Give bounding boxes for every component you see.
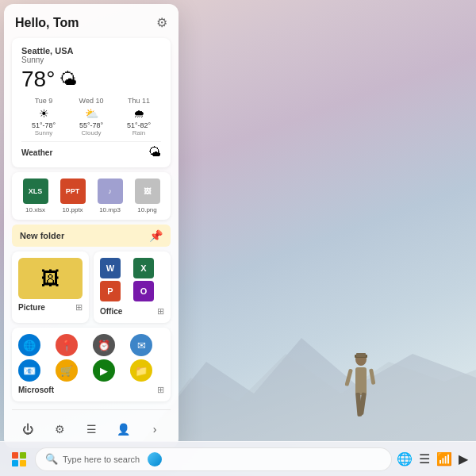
menu-header: Hello, Tom ⚙ bbox=[4, 4, 178, 38]
weather-temp-row: 78° 🌤 bbox=[21, 67, 161, 92]
svg-rect-7 bbox=[369, 368, 375, 385]
search-icon: 🔍 bbox=[45, 453, 58, 465]
office-folder-footer: Office ⊞ bbox=[100, 306, 164, 317]
forecast-day-3-icon: 🌧 bbox=[117, 107, 161, 120]
picture-folder-name: Picture bbox=[18, 303, 45, 312]
powerpoint-icon: P bbox=[100, 281, 121, 301]
media-icon[interactable]: ▶ bbox=[459, 451, 468, 466]
svg-rect-9 bbox=[356, 353, 366, 357]
microsoft-apps-grid: 🌐 📍 ⏰ ✉ 📧 🛒 ▶ 📁 bbox=[18, 334, 164, 382]
picture-folder-footer: Picture ⊞ bbox=[18, 302, 83, 313]
microsoft-folder-footer: Microsoft ⊞ bbox=[18, 385, 164, 395]
weather-location: Seattle, USA bbox=[21, 46, 161, 56]
weather-forecast: Tue 9 ☀ 51°-78° Sunny Wed 10 ⛅ 55°-78° C… bbox=[21, 97, 161, 136]
list-icon: ☰ bbox=[86, 423, 97, 436]
person-silhouette bbox=[345, 353, 377, 432]
file-icon-mp3: ♪ bbox=[98, 178, 123, 204]
forecast-day-2-icon: ⛅ bbox=[69, 107, 113, 120]
person-icon: 👤 bbox=[117, 423, 130, 436]
browser-icon[interactable]: 🌐 bbox=[397, 451, 413, 466]
clock-icon: ⏰ bbox=[93, 334, 115, 356]
list-button[interactable]: ☰ bbox=[79, 416, 104, 442]
picture-folder[interactable]: 🖼 Picture ⊞ bbox=[12, 251, 89, 323]
weather-condition: Sunny bbox=[21, 56, 161, 64]
folder-icon: 📁 bbox=[130, 359, 152, 382]
greeting-text: Hello, Tom bbox=[15, 16, 79, 30]
forecast-day-1-temp: 51°-78° bbox=[21, 121, 66, 129]
svg-rect-3 bbox=[355, 367, 367, 395]
cortana-icon[interactable] bbox=[148, 452, 162, 466]
file-icon-pptx: PPT bbox=[60, 178, 86, 204]
win-logo-yellow bbox=[20, 460, 26, 466]
weather-footer: Weather 🌤 bbox=[21, 141, 161, 159]
forecast-day-2-label: Wed 10 bbox=[69, 97, 113, 105]
forecast-day-3-cond: Rain bbox=[117, 129, 161, 136]
office-folder-name: Office bbox=[100, 307, 122, 316]
person-button[interactable]: 👤 bbox=[110, 416, 136, 442]
microsoft-folder[interactable]: 🌐 📍 ⏰ ✉ 📧 🛒 ▶ 📁 Microsoft ⊞ bbox=[12, 328, 171, 401]
new-folder-bar[interactable]: New folder 📌 bbox=[12, 225, 171, 247]
weather-widget[interactable]: Seattle, USA Sunny 78° 🌤 Tue 9 ☀ 51°-78°… bbox=[12, 38, 171, 167]
file-icon-xlsx: XLS bbox=[23, 178, 48, 204]
files-icon[interactable]: ☰ bbox=[419, 451, 430, 466]
picture-folder-preview: 🖼 bbox=[18, 258, 83, 299]
file-item-mp3[interactable]: ♪ 10.mp3 bbox=[93, 178, 127, 213]
power-icon: ⏻ bbox=[22, 423, 33, 436]
taskbar-icons: 🌐 ☰ 📶 ▶ bbox=[397, 451, 468, 466]
video-icon: ▶ bbox=[93, 359, 115, 382]
win-logo-blue bbox=[12, 460, 18, 466]
office-folder-expand-icon[interactable]: ⊞ bbox=[157, 306, 164, 317]
header-settings-icon[interactable]: ⚙ bbox=[156, 15, 167, 30]
settings-button[interactable]: ⚙ bbox=[47, 416, 72, 442]
word-icon: W bbox=[100, 258, 121, 278]
microsoft-expand-icon[interactable]: ⊞ bbox=[157, 385, 164, 395]
chevron-button[interactable]: › bbox=[142, 416, 167, 442]
file-name-mp3: 10.mp3 bbox=[99, 206, 121, 213]
picture-folder-expand-icon[interactable]: ⊞ bbox=[75, 302, 83, 313]
file-name-pptx: 10.pptx bbox=[62, 206, 83, 213]
mail-icon: ✉ bbox=[130, 334, 152, 356]
file-grid: XLS 10.xlsx PPT 10.pptx ♪ 10.mp3 🖼 10.pn… bbox=[18, 178, 164, 213]
search-placeholder: Type here to search bbox=[63, 455, 140, 464]
recent-files-section: XLS 10.xlsx PPT 10.pptx ♪ 10.mp3 🖼 10.pn… bbox=[12, 172, 171, 220]
file-item-pptx[interactable]: PPT 10.pptx bbox=[56, 178, 90, 213]
power-button[interactable]: ⏻ bbox=[15, 416, 40, 442]
file-name-xlsx: 10.xlsx bbox=[25, 206, 45, 213]
microsoft-folder-name: Microsoft bbox=[18, 386, 54, 394]
office-folder[interactable]: W X P O Office ⊞ bbox=[94, 251, 171, 323]
weather-label: Weather bbox=[21, 148, 52, 157]
edge-icon: 🌐 bbox=[18, 334, 40, 356]
forecast-day-2: Wed 10 ⛅ 55°-78° Cloudy bbox=[69, 97, 113, 136]
settings-icon: ⚙ bbox=[55, 423, 65, 436]
maps-icon: 📍 bbox=[56, 334, 78, 356]
file-item-png[interactable]: 🖼 10.png bbox=[130, 178, 164, 213]
forecast-day-1-cond: Sunny bbox=[21, 129, 66, 136]
start-menu: Hello, Tom ⚙ Seattle, USA Sunny 78° 🌤 Tu… bbox=[4, 4, 178, 448]
weather-temperature: 78° bbox=[21, 67, 55, 92]
forecast-day-2-temp: 55°-78° bbox=[69, 121, 113, 129]
file-name-png: 10.png bbox=[137, 206, 156, 213]
win-logo-red bbox=[12, 452, 18, 459]
forecast-day-3: Thu 11 🌧 51°-82° Rain bbox=[117, 97, 161, 136]
app-folders-grid: 🖼 Picture ⊞ W X P O Office ⊞ bbox=[12, 251, 171, 323]
file-item-xlsx[interactable]: XLS 10.xlsx bbox=[18, 178, 52, 213]
forecast-day-1-label: Tue 9 bbox=[21, 97, 66, 105]
forecast-day-3-temp: 51°-82° bbox=[117, 121, 161, 129]
onenote-icon: O bbox=[133, 281, 154, 301]
chevron-icon: › bbox=[153, 423, 157, 436]
search-bar[interactable]: 🔍 Type here to search bbox=[35, 447, 392, 471]
mountain-background bbox=[143, 314, 476, 441]
network-icon[interactable]: 📶 bbox=[436, 451, 452, 466]
weather-app-icon: 🌤 bbox=[148, 145, 161, 159]
folder-pin-icon: 📌 bbox=[149, 229, 163, 242]
forecast-day-1-icon: ☀ bbox=[21, 107, 66, 120]
windows-logo bbox=[12, 452, 26, 466]
weather-sun-icon: 🌤 bbox=[60, 69, 77, 90]
forecast-day-2-cond: Cloudy bbox=[69, 129, 113, 136]
store-icon: 🛒 bbox=[56, 359, 78, 382]
file-icon-png: 🖼 bbox=[135, 178, 160, 204]
excel-icon: X bbox=[133, 258, 154, 278]
start-button[interactable] bbox=[8, 448, 30, 470]
win-logo-green bbox=[20, 452, 26, 459]
new-folder-label: New folder bbox=[20, 231, 64, 240]
